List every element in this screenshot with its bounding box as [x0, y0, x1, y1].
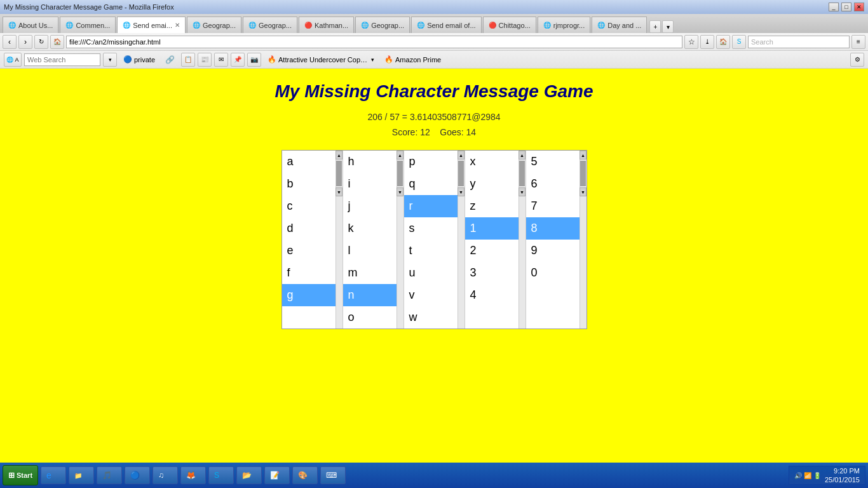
char-3[interactable]: 3	[465, 262, 519, 284]
char-m[interactable]: m	[343, 262, 397, 284]
scroll-thumb-5[interactable]	[580, 161, 586, 186]
taskbar-media[interactable]: 🎵	[97, 466, 122, 484]
refresh-button[interactable]: ↻	[34, 35, 48, 49]
char-b[interactable]: b	[282, 173, 336, 195]
char-y[interactable]: y	[465, 173, 519, 195]
tab-geograp2[interactable]: 🌐 Geograp...	[243, 17, 297, 33]
scroll-up-3[interactable]: ▲	[458, 151, 465, 159]
char-1[interactable]: 1	[465, 217, 519, 240]
scroll-up-1[interactable]: ▲	[336, 151, 342, 159]
char-t[interactable]: t	[404, 240, 458, 262]
scroll-thumb-1[interactable]	[336, 161, 342, 186]
char-k[interactable]: k	[343, 217, 397, 240]
close-button[interactable]: ✕	[854, 3, 864, 11]
scroll-thumb-3[interactable]	[458, 161, 464, 186]
history-button[interactable]: 🏠	[716, 35, 730, 49]
char-0[interactable]: 0	[526, 262, 580, 284]
scroll-thumb-2[interactable]	[397, 161, 403, 186]
web-search-input[interactable]	[24, 53, 100, 66]
scroll-thumb-4[interactable]	[519, 161, 525, 186]
forward-button[interactable]: ›	[18, 35, 32, 49]
char-2[interactable]: 2	[465, 240, 519, 262]
char-9[interactable]: 9	[526, 240, 580, 262]
char-j[interactable]: j	[343, 195, 397, 217]
tab-send-email[interactable]: 🌐 Send emai... ✕	[117, 17, 186, 33]
char-f[interactable]: f	[282, 262, 336, 284]
taskbar-ie[interactable]: e	[41, 466, 66, 484]
bookmark-extra-btn5[interactable]: 📷	[247, 53, 261, 67]
tab-geograp3[interactable]: 🌐 Geograp...	[355, 17, 410, 33]
char-6[interactable]: 6	[526, 173, 580, 195]
bookmark-attractive[interactable]: 🔥 Attractive Undercover Cop ... ▾	[264, 54, 378, 65]
bookmark-extra-btn2[interactable]: 📰	[198, 53, 212, 67]
web-search-btn[interactable]: 🌐 A	[4, 53, 22, 67]
scroll-up-5[interactable]: ▲	[580, 151, 587, 159]
char-u[interactable]: u	[404, 262, 458, 284]
char-g[interactable]: g	[282, 284, 336, 306]
new-tab-button[interactable]: +	[649, 20, 661, 33]
bookmark-extra-btn3[interactable]: ✉	[214, 53, 228, 67]
minimize-button[interactable]: _	[829, 3, 839, 11]
scroll-down-1[interactable]: ▼	[336, 187, 342, 196]
taskbar-notes[interactable]: 📝	[264, 466, 290, 484]
search-go-btn[interactable]: ▾	[103, 53, 117, 67]
char-v[interactable]: v	[404, 284, 458, 306]
char-n[interactable]: n	[343, 284, 397, 306]
char-5[interactable]: 5	[526, 151, 580, 173]
menu-button[interactable]: ≡	[851, 35, 865, 49]
scroll-down-2[interactable]: ▼	[397, 187, 403, 196]
taskbar-firefox[interactable]: 🦊	[180, 466, 206, 484]
home-button[interactable]: 🏠	[50, 35, 64, 49]
tab-geograp1[interactable]: 🌐 Geograp...	[187, 17, 241, 33]
back-button[interactable]: ‹	[3, 35, 17, 49]
address-bar[interactable]: file:///C:/an2/missingchar.html	[66, 36, 682, 48]
tab-send-email2[interactable]: 🌐 Send email of...	[411, 17, 481, 33]
tab-chittago[interactable]: 🔴 Chittago...	[483, 17, 536, 33]
search-box[interactable]: Search	[748, 36, 850, 48]
char-i[interactable]: i	[343, 173, 397, 195]
taskbar-skype[interactable]: S	[208, 466, 234, 484]
char-a[interactable]: a	[282, 151, 336, 173]
char-r[interactable]: r	[404, 195, 458, 217]
char-7[interactable]: 7	[526, 195, 580, 217]
char-w[interactable]: w	[404, 306, 458, 329]
char-e[interactable]: e	[282, 240, 336, 262]
char-s[interactable]: s	[404, 217, 458, 240]
taskbar-files[interactable]: 📂	[236, 466, 262, 484]
bookmark-button[interactable]: ☆	[684, 35, 698, 49]
char-o[interactable]: o	[343, 306, 397, 329]
skype-button[interactable]: S	[732, 35, 746, 49]
system-clock[interactable]: 9:20 PM 25/01/2015	[825, 466, 860, 484]
taskbar-itunes[interactable]: ♫	[153, 466, 178, 484]
tab-list-button[interactable]: ▾	[662, 20, 674, 33]
tab-commen[interactable]: 🌐 Commen...	[60, 17, 116, 33]
scroll-down-5[interactable]: ▼	[580, 187, 587, 196]
char-l[interactable]: l	[343, 240, 397, 262]
char-4[interactable]: 4	[465, 284, 519, 306]
char-8[interactable]: 8	[526, 217, 580, 240]
bookmark-private[interactable]: 🔵 private	[119, 54, 159, 65]
settings-btn[interactable]: ⚙	[850, 53, 864, 67]
bookmark-extra-btn[interactable]: 📋	[181, 53, 195, 67]
taskbar-explorer[interactable]: 📁	[69, 466, 94, 484]
char-q[interactable]: q	[404, 173, 458, 195]
taskbar-terminal[interactable]: ⌨	[320, 466, 346, 484]
char-p[interactable]: p	[404, 151, 458, 173]
scroll-down-3[interactable]: ▼	[458, 187, 465, 196]
tab-day-and[interactable]: 🌐 Day and ...	[592, 17, 647, 33]
char-x[interactable]: x	[465, 151, 519, 173]
char-h[interactable]: h	[343, 151, 397, 173]
char-d[interactable]: d	[282, 217, 336, 240]
taskbar-paint[interactable]: 🎨	[292, 466, 318, 484]
bookmark-amazon[interactable]: 🔥 Amazon Prime	[381, 54, 445, 65]
scroll-up-4[interactable]: ▲	[519, 151, 526, 159]
scroll-up-2[interactable]: ▲	[397, 151, 403, 159]
tab-close-icon[interactable]: ✕	[175, 22, 180, 29]
tab-kathman[interactable]: 🔴 Kathman...	[299, 17, 354, 33]
char-c[interactable]: c	[282, 195, 336, 217]
taskbar-chrome[interactable]: 🔵	[125, 466, 150, 484]
tab-rjmprogr[interactable]: 🌐 rjmprogr...	[538, 17, 591, 33]
download-button[interactable]: ⤓	[700, 35, 714, 49]
tab-about-us[interactable]: 🌐 About Us...	[3, 17, 58, 33]
scroll-down-4[interactable]: ▼	[519, 187, 526, 196]
